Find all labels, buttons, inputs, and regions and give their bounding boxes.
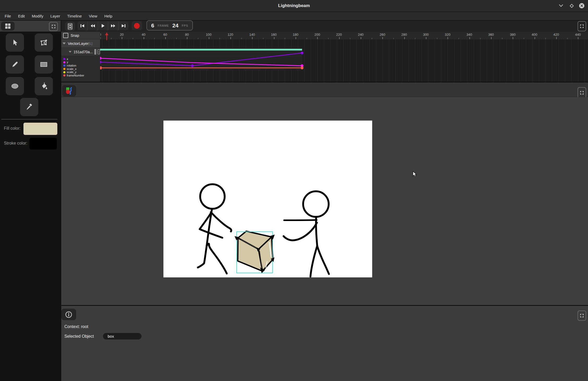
ruler-label: 60: [163, 33, 167, 37]
keyframe-dot[interactable]: [191, 64, 194, 67]
play-button[interactable]: [98, 21, 108, 30]
stage-drawing[interactable]: [316, 217, 317, 246]
ruler-tick: [361, 37, 361, 39]
stage-drawing[interactable]: [211, 212, 231, 231]
shapes-logo-icon: [65, 87, 73, 95]
layer-ease-button[interactable]: ~: [97, 49, 100, 54]
stage[interactable]: [163, 121, 372, 277]
property-color-dot: [63, 74, 65, 76]
ruler-tick: [469, 37, 470, 39]
stage-drawing[interactable]: [200, 184, 225, 209]
keyframe-dot[interactable]: [301, 52, 304, 55]
menu-item-view[interactable]: View: [89, 14, 97, 18]
canvas-expand-button[interactable]: [578, 87, 586, 98]
property-row-rotation[interactable]: rotation: [61, 64, 100, 67]
rewind-icon: [90, 24, 95, 28]
stage-drawing[interactable]: [198, 246, 207, 267]
ruler-label: 260: [379, 33, 385, 37]
snap-checkbox[interactable]: [63, 33, 68, 38]
toolbox-expand-button[interactable]: [49, 22, 58, 31]
shapes-mode-button[interactable]: [62, 85, 76, 97]
maximize-button[interactable]: [568, 3, 575, 9]
stage-drawing[interactable]: [317, 246, 329, 274]
paint-bucket-tool-button[interactable]: [35, 77, 53, 95]
menu-item-help[interactable]: Help: [104, 14, 112, 18]
select-tool-button[interactable]: [6, 33, 24, 52]
ruler-tick: [230, 37, 231, 39]
ruler-tick: [502, 38, 503, 39]
skip-to-start-button[interactable]: [77, 21, 88, 30]
property-row-frameNumber[interactable]: frameNumber: [61, 74, 100, 77]
ruler-label: 120: [228, 33, 233, 37]
layer-span-bar[interactable]: [100, 49, 302, 51]
property-label: scale_x: [67, 68, 76, 70]
selected-object-dropdown[interactable]: box: [103, 333, 142, 340]
stage-drawing[interactable]: [284, 220, 317, 220]
ruler-tick: [133, 38, 133, 39]
ruler-tick: [426, 37, 426, 39]
minimize-button[interactable]: [557, 3, 565, 9]
info-button[interactable]: [61, 309, 76, 320]
ellipse-tool-button[interactable]: [6, 77, 24, 95]
menu-item-edit[interactable]: Edit: [18, 14, 25, 18]
property-row-scale_x[interactable]: scale_x: [61, 67, 100, 71]
collapse-triangle-icon[interactable]: [69, 51, 71, 53]
diamond-icon: [569, 3, 574, 8]
layer-visibility-button[interactable]: [94, 49, 96, 55]
pencil-tool-button[interactable]: [6, 55, 24, 74]
export-movie-button[interactable]: [65, 22, 75, 31]
stage-drawing[interactable]: [207, 244, 227, 273]
transform-tool-button[interactable]: [35, 33, 53, 52]
ruler-tick: [567, 38, 568, 39]
ruler-label: 420: [553, 33, 559, 37]
menu-item-modify[interactable]: Modify: [32, 14, 43, 18]
record-button[interactable]: [132, 21, 142, 30]
menu-item-timeline[interactable]: Timeline: [67, 14, 82, 18]
playhead[interactable]: [105, 32, 109, 40]
timeline-expand-button[interactable]: [578, 21, 586, 31]
eyedropper-tool-button[interactable]: [20, 98, 38, 116]
timeline-curves[interactable]: [100, 39, 588, 82]
ruler-label: 400: [532, 33, 537, 37]
ruler-label: 200: [314, 33, 320, 37]
fill-color-swatch[interactable]: [23, 123, 57, 135]
menu-item-file[interactable]: File: [5, 14, 11, 18]
rectangle-tool-button[interactable]: [35, 55, 53, 74]
keyframe-dot[interactable]: [301, 67, 304, 69]
close-button[interactable]: [578, 3, 585, 9]
property-row-scale_y[interactable]: scale_y: [61, 70, 100, 74]
ruler-tick: [307, 38, 307, 39]
menu-item-layer[interactable]: Layer: [50, 14, 60, 18]
timeline-ruler[interactable]: 0204060801001201401601802002202402602803…: [100, 32, 588, 39]
panel-grid-button[interactable]: [1, 22, 15, 31]
ruler-tick: [513, 37, 513, 39]
frame-value[interactable]: 6: [151, 22, 154, 29]
ellipse-icon: [11, 83, 19, 89]
layer-row-object[interactable]: 151ad70a... ~: [61, 48, 100, 56]
keyframe-square[interactable]: [100, 67, 102, 69]
fast-forward-button[interactable]: [108, 21, 118, 30]
ruler-label: 100: [206, 33, 212, 37]
property-label: y: [67, 61, 68, 64]
property-row-y[interactable]: y: [61, 61, 100, 64]
expand-icon: [580, 24, 584, 28]
close-circle-icon: [579, 3, 585, 9]
ruler-tick: [165, 37, 166, 39]
film-strip-icon: [68, 23, 72, 30]
rewind-button[interactable]: [88, 21, 98, 30]
stage-drawing[interactable]: [284, 223, 317, 240]
ruler-label: 20: [120, 33, 124, 37]
stage-drawing[interactable]: [303, 191, 329, 217]
fps-value[interactable]: 24: [172, 22, 178, 29]
layer-row-vectorlayer[interactable]: VectorLayer [L]: [61, 39, 100, 48]
ruler-tick: [339, 37, 340, 39]
property-color-dot: [63, 61, 65, 63]
collapse-triangle-icon[interactable]: [63, 43, 66, 44]
transform-icon: [40, 39, 48, 46]
stroke-color-swatch[interactable]: [29, 138, 57, 150]
skip-to-end-button[interactable]: [119, 21, 128, 30]
lightningbeam-window: Lightningbeam FileEditModifyLayerTimelin…: [0, 0, 588, 381]
stage-drawing[interactable]: [310, 246, 317, 277]
property-row-x[interactable]: x: [61, 57, 100, 61]
inspector-expand-button[interactable]: [578, 311, 586, 321]
